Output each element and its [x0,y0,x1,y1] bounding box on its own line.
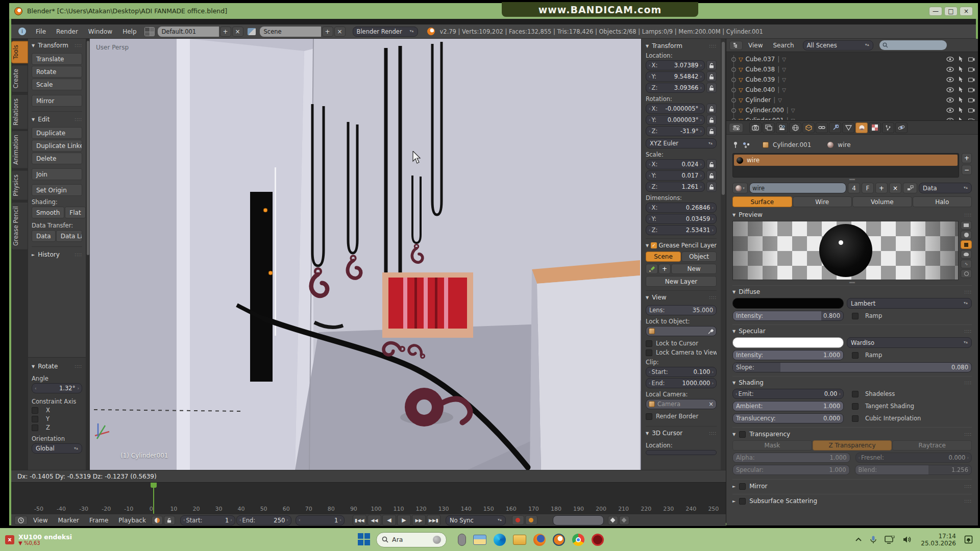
tab-grease-pencil[interactable]: Grease Pencil [11,202,28,250]
slot-add-button[interactable]: + [962,153,972,163]
shading-panel-header[interactable]: ▼Shading:::: [732,376,972,386]
notification-bell-icon[interactable] [964,535,973,544]
diffuse-intensity-slider[interactable]: Intensity:0.800 [732,311,844,321]
breadcrumb-object[interactable]: Cylinder.001 [773,141,811,148]
delete-key-icon[interactable] [619,516,629,525]
material-slot-active[interactable]: wire [734,155,958,166]
tab-relations[interactable]: Relations [11,94,28,130]
renderability-camera-icon[interactable] [968,57,975,62]
panel-transform-header[interactable]: ▼Transform:::: [32,42,82,49]
specular-color-swatch[interactable] [732,337,844,348]
speaker-icon[interactable] [903,536,913,543]
tab-data-icon[interactable] [842,122,854,133]
fresnel-field[interactable]: ‹Fresnel:0.000› [855,453,972,463]
lens-slider[interactable]: Lens:35.000 [646,305,717,315]
keying-set-field[interactable] [553,515,604,525]
expand-icon[interactable] [731,108,736,113]
outliner-type-icon[interactable] [729,41,743,50]
start-frame-field[interactable]: ‹Start:1› [180,515,235,525]
preview-cube-icon[interactable] [961,240,972,249]
preview-hair-icon[interactable]: ∿ [961,260,972,268]
preview-world-sphere-icon[interactable] [961,269,972,278]
play-icon[interactable]: ▶ [397,515,411,525]
number-field[interactable]: ‹Z:3.09366› [646,83,705,93]
number-field[interactable]: ‹Y:0.03459› [646,214,717,224]
grease-pencil-panel-header[interactable]: ▼ ✓ Grease Pencil Layers [646,242,717,249]
screen-layout-icon[interactable] [144,27,155,36]
delete-button[interactable]: Delete [32,153,82,164]
sync-dropdown[interactable]: No Sync▾▴ [446,515,506,525]
lock-icon[interactable] [706,170,717,181]
duplicate-button[interactable]: Duplicate [32,127,82,139]
maximize-button[interactable]: □ [944,7,958,16]
jump-to-end-icon[interactable]: ▶▶▮ [427,515,440,525]
expand-icon[interactable] [731,67,736,72]
preview-monkey-icon[interactable] [961,250,972,259]
selectability-cursor-icon[interactable] [959,66,964,72]
transparency-panel-header[interactable]: ▼Transparency:::: [732,427,972,438]
breadcrumb-material[interactable]: wire [838,141,850,148]
selectability-cursor-icon[interactable] [959,87,964,93]
tab-animation[interactable]: Animation [11,131,28,169]
viewport-3d[interactable]: User Persp (1) Cylinder001 [90,39,641,470]
specular-slope-slider[interactable]: Slope:0.080 [732,362,972,372]
start-button[interactable] [358,533,371,546]
record-icon[interactable] [512,515,524,525]
lock-frame-icon[interactable] [164,516,175,525]
tab-scene-icon[interactable] [776,122,788,133]
specular-intensity-slider[interactable]: Intensity:1.000 [732,350,844,360]
flat-button[interactable]: Flat [65,207,85,218]
view-panel-header[interactable]: ▼View:::: [646,294,717,301]
current-frame-field[interactable]: ‹1› [296,515,345,525]
menu-help[interactable]: Help [118,28,141,35]
material-users-button[interactable]: 4 [848,183,860,193]
gp-checkbox[interactable]: ✓ [651,242,656,248]
shadeless-checkbox[interactable] [852,391,859,397]
outliner-menu-view[interactable]: View [744,42,767,49]
next-keyframe-icon[interactable]: ▶▶ [412,515,426,525]
type-wire-button[interactable]: Wire [793,196,852,207]
lock-to-object-field[interactable] [646,326,717,336]
lock-icon[interactable] [706,71,717,82]
timeline-menu-view[interactable]: View [29,517,52,524]
minimize-button[interactable]: — [929,7,942,16]
node-tree-icon[interactable] [743,142,750,148]
renderability-camera-icon[interactable] [968,87,975,92]
diffuse-ramp-checkbox[interactable] [852,313,859,319]
viewport-scrollbar[interactable] [721,39,726,470]
tab-create[interactable]: Create [11,65,28,92]
lock-icon[interactable] [706,182,717,192]
mirror-checkbox[interactable] [739,483,746,490]
orientation-dropdown[interactable]: Global▾▴ [32,443,82,454]
selectability-cursor-icon[interactable] [959,77,964,83]
display-icon[interactable] [885,536,895,544]
outliner-row[interactable]: ▽ Cube.037 | ▽ [726,54,978,64]
tab-particles-icon[interactable] [882,122,894,133]
renderability-camera-icon[interactable] [968,97,975,103]
material-browse-icon[interactable]: ▾ [732,183,748,193]
taskbar-chrome-icon[interactable] [572,534,584,546]
number-field[interactable]: ‹X:0.26846› [646,203,717,213]
search-box[interactable]: Ara [376,532,447,547]
visibility-eye-icon[interactable] [946,108,954,113]
rotate-panel-header[interactable]: ▼Rotate:::: [32,363,82,370]
number-field[interactable]: ‹Y:0.000003°› [646,115,705,125]
selectability-cursor-icon[interactable] [959,56,964,62]
stock-widget[interactable]: x XU100 endeksi ▼ %0,63 [0,534,77,546]
end-frame-field[interactable]: ‹End:250› [236,515,291,525]
tab-render-icon[interactable] [749,122,762,133]
cubic-interpolation-checkbox[interactable] [852,415,859,422]
panel-edit-header[interactable]: ▼Edit:::: [32,116,82,123]
rotate-button[interactable]: Rotate [32,66,82,78]
number-field[interactable]: ‹Z:-31.9°› [646,126,705,136]
translucency-slider[interactable]: Translucency:0.000 [732,413,844,423]
gp-pencil-icon[interactable] [646,264,658,274]
smooth-button[interactable]: Smooth [32,207,64,218]
gp-tab-object[interactable]: Object [681,252,717,262]
tab-render-layers-icon[interactable] [763,122,775,133]
diffuse-shader-dropdown[interactable]: Lambert▾▴ [847,298,972,309]
lock-icon[interactable] [706,104,717,114]
microphone-icon[interactable] [870,536,876,544]
number-field[interactable]: ‹Z:2.53431› [646,225,717,235]
translate-button[interactable]: Translate [32,53,82,65]
